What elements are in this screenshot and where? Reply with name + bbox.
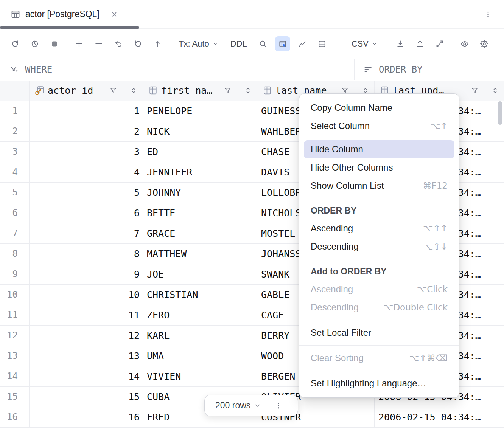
- in-editor-results-icon: [278, 40, 287, 48]
- cell-actor-id[interactable]: 9: [30, 264, 143, 284]
- filter-funnel-icon[interactable]: [109, 87, 117, 95]
- cell-actor-id[interactable]: 10: [30, 285, 143, 305]
- cell-actor-id[interactable]: 4: [30, 162, 143, 182]
- row-number[interactable]: 13: [0, 346, 30, 366]
- cell-actor-id[interactable]: 12: [30, 326, 143, 346]
- vertical-scrollbar[interactable]: [497, 101, 503, 428]
- export-button[interactable]: [412, 36, 428, 51]
- table-options-button[interactable]: [314, 36, 330, 51]
- cell-first-name[interactable]: MATTHEW: [143, 244, 257, 264]
- row-number[interactable]: 9: [0, 264, 30, 284]
- submit-button[interactable]: [150, 36, 165, 51]
- export-format-dropdown[interactable]: CSV: [348, 36, 381, 51]
- history-button[interactable]: [27, 36, 42, 51]
- cell-first-name[interactable]: ED: [143, 142, 257, 162]
- tx-mode-dropdown[interactable]: Tx: Auto: [175, 36, 222, 51]
- where-filter-field[interactable]: WHERE: [0, 59, 355, 80]
- menu-item-set-local-filter[interactable]: Set Local Filter: [304, 324, 454, 342]
- cell-actor-id[interactable]: 2: [30, 121, 143, 141]
- preview-button[interactable]: [457, 36, 472, 51]
- add-row-button[interactable]: [72, 36, 87, 51]
- cell-first-name[interactable]: CHRISTIAN: [143, 285, 257, 305]
- row-number[interactable]: 2: [0, 121, 30, 141]
- row-number[interactable]: 16: [0, 407, 30, 427]
- close-icon[interactable]: [110, 11, 118, 18]
- kebab-menu-icon[interactable]: [481, 7, 496, 22]
- row-number[interactable]: 10: [0, 285, 30, 305]
- cell-actor-id[interactable]: 1: [30, 101, 143, 121]
- row-number[interactable]: 3: [0, 142, 30, 162]
- sync-button[interactable]: [432, 36, 447, 51]
- column-header-first-name[interactable]: first_na…: [143, 81, 257, 101]
- filter-funnel-icon[interactable]: [224, 87, 232, 95]
- cell-first-name[interactable]: JOHNNY: [143, 183, 257, 203]
- cell-first-name[interactable]: JOE: [143, 264, 257, 284]
- menu-item-select-column[interactable]: Select Column⌥↑: [304, 117, 454, 135]
- row-number[interactable]: 14: [0, 366, 30, 386]
- chart-button[interactable]: [295, 36, 310, 51]
- menu-item-hide-other-columns[interactable]: Hide Other Columns: [304, 158, 454, 177]
- row-number[interactable]: 11: [0, 305, 30, 325]
- row-number[interactable]: 7: [0, 223, 30, 243]
- cell-actor-id[interactable]: 13: [30, 346, 143, 366]
- row-number[interactable]: 15: [0, 387, 30, 407]
- cell-actor-id[interactable]: 14: [30, 366, 143, 386]
- cell-first-name[interactable]: GRACE: [143, 223, 257, 243]
- menu-item-set-highlighting-language[interactable]: Set Highlighting Language…: [304, 374, 454, 392]
- settings-button[interactable]: [477, 36, 492, 51]
- column-icon: [148, 85, 158, 96]
- chevron-down-icon[interactable]: [254, 402, 261, 409]
- tab-actor-postgresql[interactable]: actor [PostgreSQL]: [0, 0, 139, 28]
- sort-arrows-icon[interactable]: [492, 87, 499, 94]
- cell-first-name[interactable]: VIVIEN: [143, 366, 257, 386]
- refresh-icon: [11, 40, 19, 48]
- import-button[interactable]: [393, 36, 408, 51]
- row-number[interactable]: 5: [0, 183, 30, 203]
- delete-row-button[interactable]: [91, 36, 106, 51]
- cell-first-name[interactable]: JENNIFER: [143, 162, 257, 182]
- filter-funnel-icon[interactable]: [471, 87, 479, 95]
- cell-last-update[interactable]: 2006-02-15 04:34:…: [375, 407, 504, 427]
- cell-actor-id[interactable]: 5: [30, 183, 143, 203]
- stop-button[interactable]: [47, 36, 62, 51]
- row-number[interactable]: 12: [0, 326, 30, 346]
- row-number[interactable]: 8: [0, 244, 30, 264]
- menu-item-label: Show Column List: [311, 180, 384, 191]
- scrollbar-thumb[interactable]: [498, 101, 502, 125]
- search-button[interactable]: [255, 36, 271, 51]
- chevron-down-icon: [372, 41, 378, 47]
- menu-item-descending[interactable]: Descending⌥⇧↓: [304, 237, 454, 256]
- cell-actor-id[interactable]: 8: [30, 244, 143, 264]
- cell-actor-id[interactable]: 11: [30, 305, 143, 325]
- refresh-button[interactable]: [8, 36, 23, 51]
- cell-actor-id[interactable]: 3: [30, 142, 143, 162]
- revert-button[interactable]: [131, 36, 146, 51]
- cell-first-name[interactable]: NICK: [143, 121, 257, 141]
- order-by-field[interactable]: ORDER BY: [355, 59, 504, 80]
- ddl-button[interactable]: DDL: [227, 36, 251, 51]
- menu-item-copy-column-name[interactable]: Copy Column Name: [304, 99, 454, 117]
- sort-arrows-icon[interactable]: [244, 87, 252, 94]
- cell-first-name[interactable]: BETTE: [143, 203, 257, 223]
- cell-first-name[interactable]: KARL: [143, 326, 257, 346]
- cell-actor-id[interactable]: 7: [30, 223, 143, 243]
- row-number[interactable]: 4: [0, 162, 30, 182]
- cell-first-name[interactable]: PENELOPE: [143, 101, 257, 121]
- column-header-actor-id[interactable]: actor_id: [30, 81, 143, 101]
- cell-actor-id[interactable]: 6: [30, 203, 143, 223]
- cell-actor-id[interactable]: 16: [30, 407, 143, 427]
- kebab-menu-icon[interactable]: [270, 397, 287, 414]
- in-editor-results-toggle[interactable]: [275, 36, 290, 51]
- tab-title: actor [PostgreSQL]: [25, 9, 100, 19]
- undo-button[interactable]: [111, 36, 126, 51]
- menu-item-clear-sorting: Clear Sorting⌥⇧⌘⌫: [304, 349, 454, 367]
- sort-arrows-icon[interactable]: [130, 87, 137, 94]
- menu-item-hide-column[interactable]: Hide Column: [304, 140, 454, 158]
- row-number[interactable]: 1: [0, 101, 30, 121]
- cell-first-name[interactable]: ZERO: [143, 305, 257, 325]
- menu-item-show-column-list[interactable]: Show Column List⌘F12: [304, 177, 454, 195]
- cell-actor-id[interactable]: 15: [30, 387, 143, 407]
- menu-item-ascending[interactable]: Ascending⌥⇧↑: [304, 219, 454, 237]
- row-number[interactable]: 6: [0, 203, 30, 223]
- cell-first-name[interactable]: UMA: [143, 346, 257, 366]
